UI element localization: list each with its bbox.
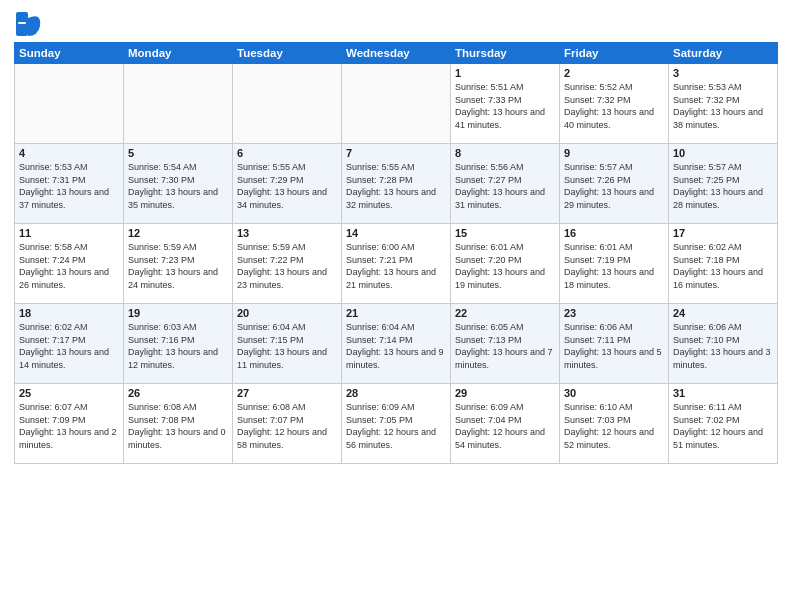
day-cell: 12Sunrise: 5:59 AM Sunset: 7:23 PM Dayli… bbox=[124, 224, 233, 304]
day-cell bbox=[124, 64, 233, 144]
day-number: 17 bbox=[673, 227, 773, 239]
day-info: Sunrise: 5:58 AM Sunset: 7:24 PM Dayligh… bbox=[19, 241, 119, 291]
svg-rect-1 bbox=[18, 22, 26, 24]
day-info: Sunrise: 6:02 AM Sunset: 7:18 PM Dayligh… bbox=[673, 241, 773, 291]
day-cell: 22Sunrise: 6:05 AM Sunset: 7:13 PM Dayli… bbox=[451, 304, 560, 384]
day-info: Sunrise: 5:55 AM Sunset: 7:29 PM Dayligh… bbox=[237, 161, 337, 211]
day-number: 26 bbox=[128, 387, 228, 399]
day-cell: 1Sunrise: 5:51 AM Sunset: 7:33 PM Daylig… bbox=[451, 64, 560, 144]
day-cell: 15Sunrise: 6:01 AM Sunset: 7:20 PM Dayli… bbox=[451, 224, 560, 304]
day-cell: 13Sunrise: 5:59 AM Sunset: 7:22 PM Dayli… bbox=[233, 224, 342, 304]
day-info: Sunrise: 6:03 AM Sunset: 7:16 PM Dayligh… bbox=[128, 321, 228, 371]
day-number: 7 bbox=[346, 147, 446, 159]
weekday-saturday: Saturday bbox=[669, 43, 778, 64]
day-cell: 19Sunrise: 6:03 AM Sunset: 7:16 PM Dayli… bbox=[124, 304, 233, 384]
day-number: 5 bbox=[128, 147, 228, 159]
weekday-monday: Monday bbox=[124, 43, 233, 64]
day-info: Sunrise: 6:08 AM Sunset: 7:07 PM Dayligh… bbox=[237, 401, 337, 451]
day-number: 15 bbox=[455, 227, 555, 239]
day-cell: 18Sunrise: 6:02 AM Sunset: 7:17 PM Dayli… bbox=[15, 304, 124, 384]
calendar: SundayMondayTuesdayWednesdayThursdayFrid… bbox=[14, 42, 778, 464]
day-cell bbox=[342, 64, 451, 144]
day-number: 27 bbox=[237, 387, 337, 399]
day-cell: 2Sunrise: 5:52 AM Sunset: 7:32 PM Daylig… bbox=[560, 64, 669, 144]
day-cell: 11Sunrise: 5:58 AM Sunset: 7:24 PM Dayli… bbox=[15, 224, 124, 304]
day-cell: 31Sunrise: 6:11 AM Sunset: 7:02 PM Dayli… bbox=[669, 384, 778, 464]
day-number: 4 bbox=[19, 147, 119, 159]
day-cell: 27Sunrise: 6:08 AM Sunset: 7:07 PM Dayli… bbox=[233, 384, 342, 464]
day-cell: 8Sunrise: 5:56 AM Sunset: 7:27 PM Daylig… bbox=[451, 144, 560, 224]
week-row-2: 4Sunrise: 5:53 AM Sunset: 7:31 PM Daylig… bbox=[15, 144, 778, 224]
day-number: 22 bbox=[455, 307, 555, 319]
day-info: Sunrise: 5:55 AM Sunset: 7:28 PM Dayligh… bbox=[346, 161, 446, 211]
day-cell: 25Sunrise: 6:07 AM Sunset: 7:09 PM Dayli… bbox=[15, 384, 124, 464]
day-info: Sunrise: 6:04 AM Sunset: 7:14 PM Dayligh… bbox=[346, 321, 446, 371]
day-number: 23 bbox=[564, 307, 664, 319]
day-info: Sunrise: 6:08 AM Sunset: 7:08 PM Dayligh… bbox=[128, 401, 228, 451]
day-number: 16 bbox=[564, 227, 664, 239]
day-number: 1 bbox=[455, 67, 555, 79]
day-info: Sunrise: 6:10 AM Sunset: 7:03 PM Dayligh… bbox=[564, 401, 664, 451]
day-cell: 10Sunrise: 5:57 AM Sunset: 7:25 PM Dayli… bbox=[669, 144, 778, 224]
day-number: 2 bbox=[564, 67, 664, 79]
day-cell: 3Sunrise: 5:53 AM Sunset: 7:32 PM Daylig… bbox=[669, 64, 778, 144]
day-cell: 28Sunrise: 6:09 AM Sunset: 7:05 PM Dayli… bbox=[342, 384, 451, 464]
weekday-tuesday: Tuesday bbox=[233, 43, 342, 64]
day-cell: 23Sunrise: 6:06 AM Sunset: 7:11 PM Dayli… bbox=[560, 304, 669, 384]
weekday-friday: Friday bbox=[560, 43, 669, 64]
day-cell: 9Sunrise: 5:57 AM Sunset: 7:26 PM Daylig… bbox=[560, 144, 669, 224]
day-info: Sunrise: 6:04 AM Sunset: 7:15 PM Dayligh… bbox=[237, 321, 337, 371]
week-row-1: 1Sunrise: 5:51 AM Sunset: 7:33 PM Daylig… bbox=[15, 64, 778, 144]
day-number: 25 bbox=[19, 387, 119, 399]
week-row-3: 11Sunrise: 5:58 AM Sunset: 7:24 PM Dayli… bbox=[15, 224, 778, 304]
day-cell: 21Sunrise: 6:04 AM Sunset: 7:14 PM Dayli… bbox=[342, 304, 451, 384]
day-number: 8 bbox=[455, 147, 555, 159]
day-info: Sunrise: 5:51 AM Sunset: 7:33 PM Dayligh… bbox=[455, 81, 555, 131]
day-number: 13 bbox=[237, 227, 337, 239]
day-info: Sunrise: 6:07 AM Sunset: 7:09 PM Dayligh… bbox=[19, 401, 119, 451]
day-info: Sunrise: 6:09 AM Sunset: 7:05 PM Dayligh… bbox=[346, 401, 446, 451]
day-info: Sunrise: 5:57 AM Sunset: 7:25 PM Dayligh… bbox=[673, 161, 773, 211]
day-number: 29 bbox=[455, 387, 555, 399]
logo-icon bbox=[14, 10, 42, 38]
day-number: 14 bbox=[346, 227, 446, 239]
day-info: Sunrise: 5:57 AM Sunset: 7:26 PM Dayligh… bbox=[564, 161, 664, 211]
week-row-4: 18Sunrise: 6:02 AM Sunset: 7:17 PM Dayli… bbox=[15, 304, 778, 384]
day-number: 20 bbox=[237, 307, 337, 319]
page: SundayMondayTuesdayWednesdayThursdayFrid… bbox=[0, 0, 792, 612]
header bbox=[14, 10, 778, 38]
day-number: 30 bbox=[564, 387, 664, 399]
day-info: Sunrise: 6:01 AM Sunset: 7:19 PM Dayligh… bbox=[564, 241, 664, 291]
day-cell: 26Sunrise: 6:08 AM Sunset: 7:08 PM Dayli… bbox=[124, 384, 233, 464]
day-cell: 29Sunrise: 6:09 AM Sunset: 7:04 PM Dayli… bbox=[451, 384, 560, 464]
day-number: 3 bbox=[673, 67, 773, 79]
day-number: 28 bbox=[346, 387, 446, 399]
day-info: Sunrise: 6:06 AM Sunset: 7:10 PM Dayligh… bbox=[673, 321, 773, 371]
day-info: Sunrise: 5:53 AM Sunset: 7:31 PM Dayligh… bbox=[19, 161, 119, 211]
day-number: 12 bbox=[128, 227, 228, 239]
day-info: Sunrise: 5:56 AM Sunset: 7:27 PM Dayligh… bbox=[455, 161, 555, 211]
day-number: 9 bbox=[564, 147, 664, 159]
logo bbox=[14, 10, 46, 38]
day-info: Sunrise: 6:01 AM Sunset: 7:20 PM Dayligh… bbox=[455, 241, 555, 291]
day-cell bbox=[15, 64, 124, 144]
day-number: 21 bbox=[346, 307, 446, 319]
day-info: Sunrise: 6:05 AM Sunset: 7:13 PM Dayligh… bbox=[455, 321, 555, 371]
weekday-thursday: Thursday bbox=[451, 43, 560, 64]
day-number: 31 bbox=[673, 387, 773, 399]
weekday-wednesday: Wednesday bbox=[342, 43, 451, 64]
day-cell: 24Sunrise: 6:06 AM Sunset: 7:10 PM Dayli… bbox=[669, 304, 778, 384]
day-number: 6 bbox=[237, 147, 337, 159]
day-info: Sunrise: 5:59 AM Sunset: 7:23 PM Dayligh… bbox=[128, 241, 228, 291]
day-cell: 4Sunrise: 5:53 AM Sunset: 7:31 PM Daylig… bbox=[15, 144, 124, 224]
day-info: Sunrise: 5:53 AM Sunset: 7:32 PM Dayligh… bbox=[673, 81, 773, 131]
day-info: Sunrise: 6:06 AM Sunset: 7:11 PM Dayligh… bbox=[564, 321, 664, 371]
day-cell: 14Sunrise: 6:00 AM Sunset: 7:21 PM Dayli… bbox=[342, 224, 451, 304]
day-number: 18 bbox=[19, 307, 119, 319]
weekday-header-row: SundayMondayTuesdayWednesdayThursdayFrid… bbox=[15, 43, 778, 64]
day-cell bbox=[233, 64, 342, 144]
day-cell: 16Sunrise: 6:01 AM Sunset: 7:19 PM Dayli… bbox=[560, 224, 669, 304]
day-cell: 6Sunrise: 5:55 AM Sunset: 7:29 PM Daylig… bbox=[233, 144, 342, 224]
day-number: 11 bbox=[19, 227, 119, 239]
day-number: 10 bbox=[673, 147, 773, 159]
